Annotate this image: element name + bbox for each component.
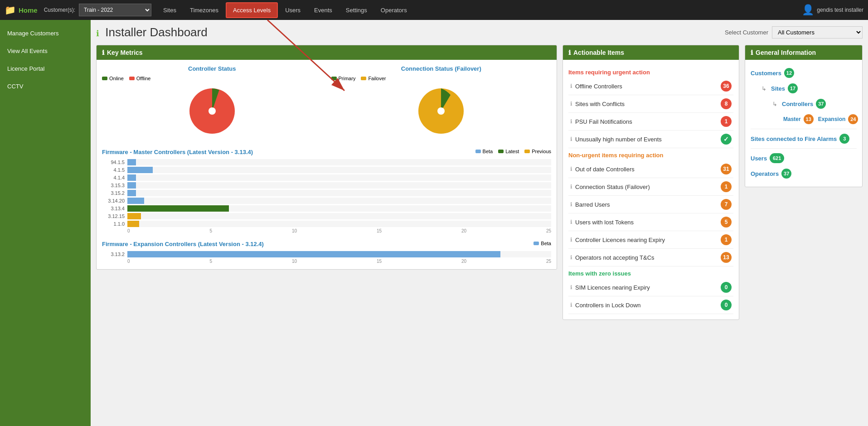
- firmware-master-bars: 94.1.5 4.1.5 4.1.4 3.15.3 3.15.2: [102, 159, 551, 227]
- bar-container: [127, 174, 551, 181]
- users-badge: 621: [770, 153, 784, 163]
- action-row[interactable]: ℹ Sites with Conflicts 8: [568, 95, 733, 113]
- urgent-title: Items requiring urgent action: [568, 65, 733, 77]
- sidebar-item-view-all-events[interactable]: View All Events: [0, 42, 91, 60]
- action-row[interactable]: ℹ SIM Licences nearing Expiry 0: [568, 279, 733, 296]
- action-label: Unusually high number of Events: [575, 136, 662, 143]
- expansion-label: Expansion: [818, 116, 846, 122]
- bar-fill: [127, 205, 229, 212]
- fire-alarms-link[interactable]: Sites connected to Fire Alarms: [751, 136, 837, 142]
- action-info-icon: ℹ: [570, 219, 572, 225]
- sites-badge: 17: [788, 83, 798, 93]
- badge-green: 0: [721, 282, 732, 293]
- action-row[interactable]: ℹ Connection Status (Failover) 1: [568, 178, 733, 196]
- fire-alarms-badge: 3: [839, 134, 849, 144]
- badge-check: ✓: [721, 134, 732, 145]
- controllers-badge: 37: [816, 99, 826, 109]
- bar-container: [127, 190, 551, 196]
- connection-status-pie: [414, 84, 468, 138]
- actionable-body: Items requiring urgent action ℹ Offline …: [563, 60, 739, 320]
- action-row[interactable]: ℹ Offline Controllers 36: [568, 77, 733, 95]
- folder-icon: 📁: [5, 5, 16, 15]
- action-row[interactable]: ℹ Out of date Controllers 31: [568, 160, 733, 178]
- action-row[interactable]: ℹ Controller Licences nearing Expiry 1: [568, 231, 733, 249]
- action-row-left: ℹ Unusually high number of Events: [570, 136, 662, 143]
- action-row-left: ℹ SIM Licences nearing Expiry: [570, 284, 650, 291]
- users-link[interactable]: Users: [751, 155, 767, 162]
- home-logo[interactable]: 📁 Home: [5, 5, 38, 15]
- operators-link[interactable]: Operators: [751, 170, 779, 177]
- bar-container: [127, 213, 551, 219]
- sidebar-item-manage-customers[interactable]: Manage Customers: [0, 24, 91, 42]
- action-row-left: ℹ Connection Status (Failover): [570, 184, 650, 190]
- sites-link[interactable]: Sites: [771, 85, 785, 92]
- bar-fill: [127, 251, 500, 257]
- charts-row: Controller Status Online Offline: [102, 65, 551, 140]
- bar-container: [127, 205, 551, 212]
- bar-row: 3.13.4: [102, 205, 551, 212]
- bar-row: 3.15.2: [102, 190, 551, 196]
- action-row-left: ℹ Out of date Controllers: [570, 166, 635, 173]
- beta-legend: Beta: [475, 149, 493, 154]
- bar-fill: [127, 167, 153, 173]
- bar-row: 94.1.5: [102, 159, 551, 165]
- bar-row: 3.15.3: [102, 182, 551, 189]
- action-row[interactable]: ℹ PSU Fail Notifications 1: [568, 113, 733, 131]
- bar-label: 94.1.5: [102, 160, 125, 165]
- key-metrics-body: Controller Status Online Offline: [97, 60, 557, 269]
- action-info-icon: ℹ: [570, 302, 572, 308]
- customers-link[interactable]: Customers: [751, 70, 781, 77]
- action-row[interactable]: ℹ Barred Users 7: [568, 196, 733, 213]
- nav-item-events[interactable]: Events: [308, 3, 339, 17]
- nav-item-settings[interactable]: Settings: [339, 3, 373, 17]
- sidebar-item-cctv[interactable]: CCTV: [0, 77, 91, 95]
- nav-item-sites[interactable]: Sites: [157, 3, 183, 17]
- primary-dot: [331, 77, 337, 80]
- badge-red: 8: [721, 98, 732, 109]
- action-row[interactable]: ℹ Users with lost Tokens 5: [568, 213, 733, 231]
- badge-orange: 7: [721, 199, 732, 210]
- bar-row: 3.13.2: [102, 251, 551, 257]
- firmware-expansion-section: Firmware - Expansion Controllers (Latest…: [102, 241, 551, 264]
- nav-item-users[interactable]: Users: [279, 3, 307, 17]
- badge-orange: 1: [721, 181, 732, 192]
- beta-dot: [475, 150, 481, 153]
- svg-point-3: [437, 107, 445, 115]
- bar-container: [127, 167, 551, 173]
- bar-fill: [127, 213, 141, 219]
- action-row-left: ℹ Operators not accepting T&Cs: [570, 254, 655, 261]
- firmware-master-section: Firmware - Master Controllers (Latest Ve…: [102, 149, 551, 233]
- controllers-arrow: ↳: [772, 101, 777, 107]
- action-label: Controllers in Lock Down: [575, 302, 641, 309]
- badge-orange: 5: [721, 217, 732, 228]
- bar-row: 3.14.20: [102, 198, 551, 204]
- action-info-icon: ℹ: [570, 184, 572, 190]
- bar-row: 1.1.0: [102, 221, 551, 227]
- select-customer-dropdown[interactable]: All Customers: [772, 26, 863, 39]
- sidebar-item-licence-portal[interactable]: Licence Portal: [0, 60, 91, 77]
- zero-title: Items with zero issues: [568, 266, 733, 279]
- bar-label: 4.1.5: [102, 167, 125, 173]
- action-row[interactable]: ℹ Operators not accepting T&Cs 13: [568, 249, 733, 266]
- top-nav: 📁 Home Customer(s): Train - 2022 Sites T…: [0, 0, 868, 20]
- operators-row: Operators 37: [751, 166, 857, 181]
- bar-fill: [127, 159, 136, 165]
- nav-item-timezones[interactable]: Timezones: [184, 3, 225, 17]
- action-row[interactable]: ℹ Controllers in Lock Down 0: [568, 296, 733, 314]
- bar-row: 4.1.5: [102, 167, 551, 173]
- bar-label: 3.15.3: [102, 183, 125, 188]
- user-name: gendis test installer: [817, 7, 863, 13]
- key-metrics-panel: ℹ Key Metrics Controller Status Online: [96, 45, 557, 270]
- nav-item-operators[interactable]: Operators: [374, 3, 413, 17]
- action-row[interactable]: ℹ Unusually high number of Events ✓: [568, 131, 733, 148]
- online-dot: [102, 77, 107, 80]
- nav-item-access-levels[interactable]: Access Levels: [226, 2, 278, 18]
- controllers-link[interactable]: Controllers: [782, 101, 813, 107]
- main-content: ℹ Installer Dashboard Select Customer Al…: [91, 20, 868, 426]
- actionable-items-header: ℹ Actionable Items: [563, 45, 739, 60]
- controller-status-pie: [185, 84, 239, 138]
- bar-fill: [127, 182, 136, 189]
- bar-label: 4.1.4: [102, 175, 125, 180]
- master-exp-row: Master 13 Expansion 24: [751, 111, 857, 127]
- customer-select[interactable]: Train - 2022: [79, 4, 151, 16]
